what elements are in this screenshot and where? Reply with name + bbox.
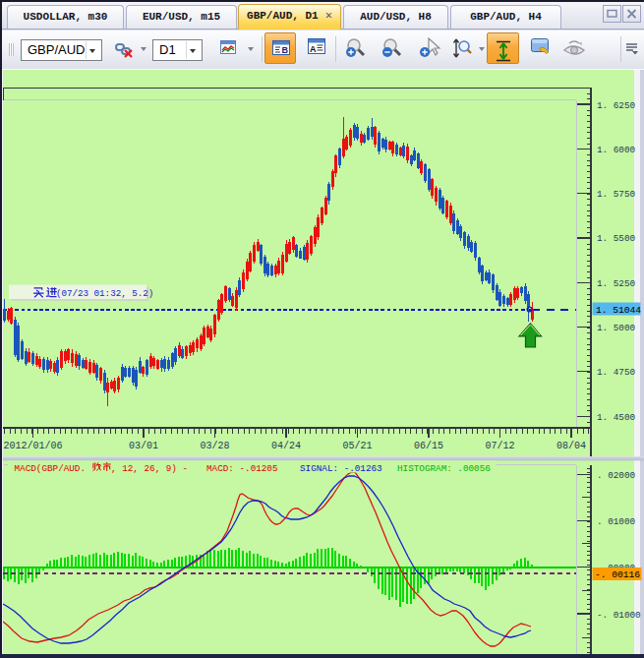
svg-text:08/04: 08/04 bbox=[556, 441, 586, 451]
svg-text:A: A bbox=[310, 44, 317, 54]
svg-text:SIGNAL: -.01263: SIGNAL: -.01263 bbox=[300, 463, 382, 474]
svg-text:B: B bbox=[282, 45, 289, 55]
svg-text:1. 4500: 1. 4500 bbox=[597, 412, 635, 423]
svg-text:06/15: 06/15 bbox=[414, 441, 443, 451]
svg-text:(07/23 01:32, 5.2): (07/23 01:32, 5.2) bbox=[56, 288, 153, 299]
svg-text:-. 01000: -. 01000 bbox=[597, 610, 641, 621]
svg-text:1. 5250: 1. 5250 bbox=[597, 278, 635, 289]
svg-text:MACD: -.01205: MACD: -.01205 bbox=[206, 463, 278, 474]
svg-text:05/21: 05/21 bbox=[342, 441, 372, 451]
svg-text:1. 51044: 1. 51044 bbox=[596, 305, 641, 316]
svg-text:1. 5750: 1. 5750 bbox=[597, 189, 635, 200]
svg-text:03/28: 03/28 bbox=[200, 441, 229, 451]
svg-text:1. 5000: 1. 5000 bbox=[597, 323, 635, 333]
svg-text:. 02000: . 02000 bbox=[597, 470, 635, 481]
svg-text:07/12: 07/12 bbox=[485, 441, 514, 451]
svg-text:, 12, 26, 9) -: , 12, 26, 9) - bbox=[111, 463, 188, 474]
svg-text:1. 6250: 1. 6250 bbox=[597, 100, 635, 111]
svg-text:HISTOGRAM: .00056: HISTOGRAM: .00056 bbox=[397, 463, 491, 474]
svg-text:03/01: 03/01 bbox=[129, 441, 158, 451]
svg-text:04/24: 04/24 bbox=[271, 441, 301, 451]
svg-text:1. 6000: 1. 6000 bbox=[597, 145, 635, 155]
svg-text:. 01000: . 01000 bbox=[597, 516, 635, 527]
svg-text:1. 4750: 1. 4750 bbox=[597, 367, 635, 378]
svg-text:-. 00116: -. 00116 bbox=[595, 569, 640, 580]
svg-text:1. 5500: 1. 5500 bbox=[597, 233, 635, 244]
svg-text:2012/01/06: 2012/01/06 bbox=[3, 441, 62, 451]
svg-text:MACD(GBP/AUD.: MACD(GBP/AUD. bbox=[15, 463, 87, 474]
